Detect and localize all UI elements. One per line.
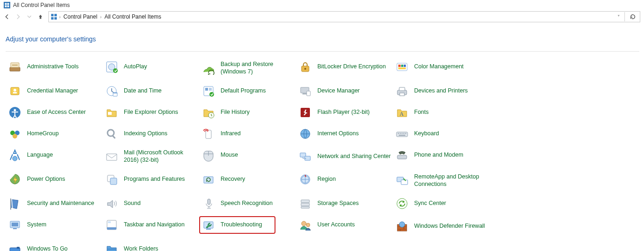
cp-item-label: Programs and Features: [124, 176, 185, 183]
cp-item-region[interactable]: Region: [297, 172, 394, 187]
cp-item-system[interactable]: System: [7, 217, 103, 233]
infrared-icon: [201, 126, 216, 141]
cp-item-label: Windows Defender Firewall: [414, 223, 485, 230]
indexing-icon: [104, 126, 119, 141]
cp-item-storage[interactable]: Storage Spaces: [297, 196, 394, 211]
cp-item-label: Device Manager: [317, 87, 360, 95]
recent-locations-button[interactable]: [24, 12, 34, 22]
cp-item-troubleshooting[interactable]: Troubleshooting: [200, 217, 275, 233]
control-panel-icon: [51, 13, 57, 20]
cp-item-homegroup[interactable]: HomeGroup: [7, 126, 103, 142]
remoteapp-icon: [395, 173, 409, 188]
svg-rect-6: [51, 17, 54, 20]
network-sharing-icon: [298, 149, 313, 164]
cp-item-speech[interactable]: Speech Recognition: [200, 196, 297, 211]
cp-item-label: Taskbar and Navigation: [124, 221, 185, 229]
cp-item-security-maint[interactable]: Security and Maintenance: [7, 196, 103, 211]
cp-item-label: System: [27, 221, 47, 229]
cp-item-credential-mgr[interactable]: Credential Manager: [7, 83, 103, 99]
cp-item-label: User Accounts: [317, 221, 355, 229]
cp-item-windows-to-go[interactable]: Windows To Go: [7, 241, 103, 251]
svg-rect-4: [51, 14, 54, 16]
power-icon: [7, 172, 22, 187]
cp-item-sound[interactable]: Sound: [103, 196, 200, 211]
cp-item-phone-modem[interactable]: Phone and Modem: [394, 147, 490, 163]
cp-item-remoteapp[interactable]: RemoteApp and Desktop Connections: [394, 172, 490, 190]
cp-item-label: Sound: [124, 200, 141, 207]
cp-item-label: AutoPlay: [124, 63, 147, 71]
window-title: All Control Panel Items: [13, 2, 70, 8]
divider: [624, 12, 625, 21]
cp-item-label: Windows To Go: [27, 245, 67, 251]
cp-item-backup-restore[interactable]: Backup and Restore (Windows 7): [200, 59, 297, 78]
cp-item-label: Power Options: [27, 176, 65, 183]
cp-item-label: Default Programs: [221, 87, 266, 95]
refresh-button[interactable]: [628, 12, 638, 22]
cp-item-language[interactable]: Language: [7, 147, 103, 163]
cp-item-flash-player[interactable]: Flash Player (32-bit): [297, 105, 394, 120]
address-dropdown-icon[interactable]: ˅: [616, 14, 622, 20]
fonts-icon: [395, 105, 409, 120]
cp-item-bitlocker[interactable]: BitLocker Drive Encryption: [297, 59, 394, 75]
autoplay-icon: [104, 59, 119, 74]
breadcrumb-current[interactable]: All Control Panel Items: [103, 13, 162, 20]
content-area: Adjust your computer's settings Administ…: [0, 24, 644, 251]
ease-access-icon: [7, 105, 22, 120]
cp-item-user-accounts[interactable]: User Accounts: [297, 217, 394, 233]
speech-icon: [201, 196, 216, 211]
cp-item-mouse[interactable]: Mouse: [200, 147, 297, 163]
cp-item-internet-options[interactable]: Internet Options: [297, 126, 394, 142]
cp-item-programs-features[interactable]: Programs and Features: [103, 172, 200, 187]
cp-item-keyboard[interactable]: Keyboard: [394, 126, 490, 142]
cp-item-mail[interactable]: Mail (Microsoft Outlook 2016) (32-bit): [103, 147, 200, 166]
cp-item-ease-access[interactable]: Ease of Access Center: [7, 105, 103, 120]
cp-item-color-mgmt[interactable]: Color Management: [394, 59, 490, 75]
forward-button[interactable]: [13, 12, 23, 22]
cp-item-default-programs[interactable]: Default Programs: [200, 83, 297, 99]
cp-item-date-time[interactable]: Date and Time: [103, 83, 200, 99]
cp-item-recovery[interactable]: Recovery: [200, 172, 297, 187]
device-mgr-icon: [298, 84, 313, 99]
cp-item-network-sharing[interactable]: Network and Sharing Center: [297, 147, 394, 166]
devices-printers-icon: [395, 84, 409, 99]
cp-item-taskbar[interactable]: Taskbar and Navigation: [103, 217, 200, 233]
cp-item-label: Indexing Options: [124, 130, 168, 138]
svg-rect-0: [5, 3, 7, 5]
work-folders-icon: [104, 242, 119, 251]
control-panel-icon: [4, 2, 10, 8]
separator: [6, 51, 639, 52]
cp-item-label: File History: [221, 109, 250, 116]
cp-item-work-folders[interactable]: Work Folders: [103, 241, 200, 251]
cp-item-label: Recovery: [221, 176, 245, 183]
address-bar[interactable]: › Control Panel › All Control Panel Item…: [48, 11, 640, 22]
navigation-bar: › Control Panel › All Control Panel Item…: [0, 10, 644, 24]
cp-item-autoplay[interactable]: AutoPlay: [103, 59, 200, 75]
back-button[interactable]: [2, 12, 12, 22]
cp-item-file-explorer-opts[interactable]: File Explorer Options: [103, 105, 200, 120]
cp-item-power[interactable]: Power Options: [7, 172, 103, 187]
cp-item-indexing[interactable]: Indexing Options: [103, 126, 200, 142]
cp-item-file-history[interactable]: File History: [200, 105, 297, 120]
phone-modem-icon: [395, 148, 409, 163]
cp-item-label: Mail (Microsoft Outlook 2016) (32-bit): [124, 149, 197, 164]
cp-item-infrared[interactable]: Infrared: [200, 126, 297, 142]
cp-item-label: Storage Spaces: [317, 200, 359, 207]
cp-item-device-mgr[interactable]: Device Manager: [297, 83, 394, 99]
cp-item-label: Backup and Restore (Windows 7): [221, 61, 294, 75]
internet-options-icon: [298, 126, 313, 141]
cp-item-label: Phone and Modem: [414, 152, 463, 159]
cp-item-sync[interactable]: Sync Center: [394, 196, 490, 211]
cp-item-fonts[interactable]: Fonts: [394, 105, 490, 120]
cp-item-devices-printers[interactable]: Devices and Printers: [394, 83, 490, 99]
cp-item-label: Color Management: [414, 63, 463, 71]
chevron-right-icon[interactable]: ›: [59, 14, 60, 20]
cp-item-label: Work Folders: [124, 245, 158, 251]
breadcrumb-root[interactable]: Control Panel: [62, 13, 98, 20]
cp-item-firewall[interactable]: Windows Defender Firewall: [394, 217, 490, 236]
cp-item-admin-tools[interactable]: Administrative Tools: [7, 59, 103, 75]
chevron-right-icon[interactable]: ›: [100, 14, 101, 20]
cp-item-label: File Explorer Options: [124, 109, 178, 116]
cp-item-label: HomeGroup: [27, 130, 59, 138]
up-button[interactable]: [35, 12, 46, 22]
items-grid: Administrative ToolsAutoPlayBackup and R…: [6, 59, 639, 251]
